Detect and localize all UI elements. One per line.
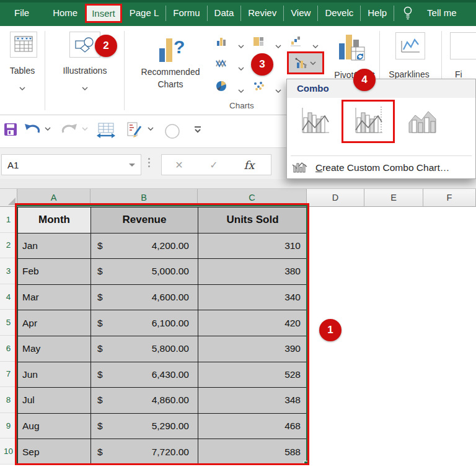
cell-b10[interactable]: $7,720.00 <box>91 439 198 465</box>
illustrations-label[interactable]: Illustrations <box>46 66 124 76</box>
name-box-dropdown-icon[interactable] <box>129 164 135 167</box>
recommended-charts-label-line2[interactable]: Charts <box>127 79 214 89</box>
column-header-d[interactable]: D <box>307 189 364 207</box>
cell-b9[interactable]: $5,290.00 <box>91 414 198 440</box>
row-header-9[interactable]: 9 <box>0 413 17 439</box>
cell-c5[interactable]: 420 <box>198 310 307 336</box>
column-header-f[interactable]: F <box>423 189 476 207</box>
cell-a6[interactable]: May <box>18 336 91 362</box>
filters-button[interactable] <box>450 32 476 59</box>
row-header-5[interactable]: 5 <box>0 310 17 336</box>
save-icon[interactable] <box>4 123 17 136</box>
waterfall-chart-button[interactable] <box>290 36 301 50</box>
cell-b4[interactable]: $4,600.00 <box>91 285 198 311</box>
cell-b3[interactable]: $5,000.00 <box>91 259 198 285</box>
combo-chart-button[interactable] <box>287 51 324 74</box>
cell-a2[interactable]: Jan <box>18 234 91 260</box>
row-header-1[interactable]: 1 <box>0 207 17 233</box>
tab-review[interactable]: Reviev <box>242 0 282 26</box>
chevron-down-icon[interactable] <box>82 82 88 93</box>
cell-b7[interactable]: $6,430.00 <box>91 362 198 388</box>
chevron-down-icon[interactable] <box>238 84 244 95</box>
cell-a4[interactable]: Mar <box>18 285 91 311</box>
undo-icon[interactable] <box>24 123 41 136</box>
chevron-down-icon[interactable] <box>238 40 244 51</box>
cell-c7[interactable]: 528 <box>198 362 307 388</box>
row-header-7[interactable]: 7 <box>0 362 17 388</box>
create-custom-combo-chart-item[interactable]: Create Custom Combo Chart… <box>287 156 475 179</box>
cell-b2[interactable]: $4,200.00 <box>91 234 198 260</box>
tab-view[interactable]: View <box>285 0 316 26</box>
enter-icon[interactable]: ✓ <box>196 159 231 171</box>
combo-option-stacked-area-clustered-column[interactable] <box>405 104 438 137</box>
cell-c1[interactable]: Units Sold <box>198 207 307 234</box>
cell-a7[interactable]: Jun <box>18 362 91 388</box>
recommended-charts-button[interactable]: ? <box>158 33 187 67</box>
oval-shape-icon[interactable] <box>164 123 181 141</box>
formula-bar-resize-handle[interactable] <box>148 158 150 167</box>
cell-c2[interactable]: 310 <box>198 234 307 260</box>
cell-b6[interactable]: $5,800.00 <box>91 336 198 362</box>
tab-data[interactable]: Data <box>209 0 240 26</box>
tab-help[interactable]: Help <box>362 0 392 26</box>
cell-a5[interactable]: Apr <box>18 310 91 336</box>
row-header-6[interactable]: 6 <box>0 336 17 362</box>
line-chart-button[interactable] <box>216 58 227 72</box>
cell-c6[interactable]: 390 <box>198 336 307 362</box>
row-header-2[interactable]: 2 <box>0 233 17 259</box>
tables-button[interactable] <box>10 32 37 58</box>
cell-a1[interactable]: Month <box>18 207 91 234</box>
column-chart-button[interactable] <box>216 36 227 50</box>
cell-c10[interactable]: 588 <box>198 439 307 465</box>
row-header-8[interactable]: 8 <box>0 387 17 413</box>
cell-a9[interactable]: Aug <box>18 414 91 440</box>
filters-label[interactable]: Fi <box>451 69 476 79</box>
scatter-chart-button[interactable] <box>253 81 264 94</box>
sparklines-button[interactable] <box>395 32 425 59</box>
tab-page-layout[interactable]: Page L <box>124 0 165 26</box>
column-header-b[interactable]: B <box>90 189 198 207</box>
tab-file[interactable]: File <box>9 0 35 26</box>
recommended-charts-label-line1[interactable]: Recommended <box>127 67 214 77</box>
cell-c9[interactable]: 468 <box>198 414 307 440</box>
cell-a8[interactable]: Jul <box>18 388 91 414</box>
cell-a10[interactable]: Sep <box>18 439 91 465</box>
column-header-e[interactable]: E <box>364 189 423 207</box>
redo-dropdown-chevron[interactable] <box>82 127 88 131</box>
cell-c4[interactable]: 340 <box>198 285 307 311</box>
tell-me-box[interactable]: Tell me <box>421 0 462 26</box>
tab-developer[interactable]: Develc <box>319 0 359 26</box>
row-header-4[interactable]: 4 <box>0 284 17 310</box>
chevron-down-icon[interactable] <box>275 84 281 95</box>
undo-dropdown-chevron[interactable] <box>45 127 51 131</box>
fill-handle[interactable] <box>304 461 309 466</box>
chevron-down-icon[interactable] <box>238 62 244 73</box>
edit-list-icon[interactable] <box>125 122 143 139</box>
cell-c3[interactable]: 380 <box>198 259 307 285</box>
row-header-10[interactable]: 10 <box>0 439 17 465</box>
chevron-down-icon[interactable] <box>312 40 319 51</box>
cell-b1[interactable]: Revenue <box>91 207 198 234</box>
customize-toolbar-icon[interactable] <box>193 126 202 134</box>
combo-option-clustered-column-line[interactable] <box>298 104 332 137</box>
select-all-button[interactable] <box>0 189 17 207</box>
cell-b8[interactable]: $4,860.00 <box>91 388 198 414</box>
sparklines-label[interactable]: Sparklines <box>377 69 441 79</box>
insert-function-icon[interactable]: fx <box>231 159 267 172</box>
row-header-3[interactable]: 3 <box>0 258 17 284</box>
redo-icon[interactable] <box>61 123 78 136</box>
tab-formulas[interactable]: Formu <box>167 0 205 26</box>
tab-home[interactable]: Home <box>47 0 83 26</box>
cell-a3[interactable]: Feb <box>18 259 91 285</box>
tables-label[interactable]: Tables <box>0 66 45 76</box>
cell-b5[interactable]: $6,100.00 <box>91 310 198 336</box>
pie-chart-button[interactable] <box>216 81 227 94</box>
column-header-c[interactable]: C <box>198 189 307 207</box>
chevron-down-icon[interactable] <box>19 82 25 93</box>
hierarchy-chart-button[interactable] <box>253 36 264 50</box>
edit-dropdown-chevron[interactable] <box>148 127 154 131</box>
column-width-icon[interactable] <box>97 123 115 139</box>
chevron-down-icon[interactable] <box>275 40 281 51</box>
name-box[interactable]: A1 <box>1 154 141 175</box>
column-header-a[interactable]: A <box>17 189 90 207</box>
